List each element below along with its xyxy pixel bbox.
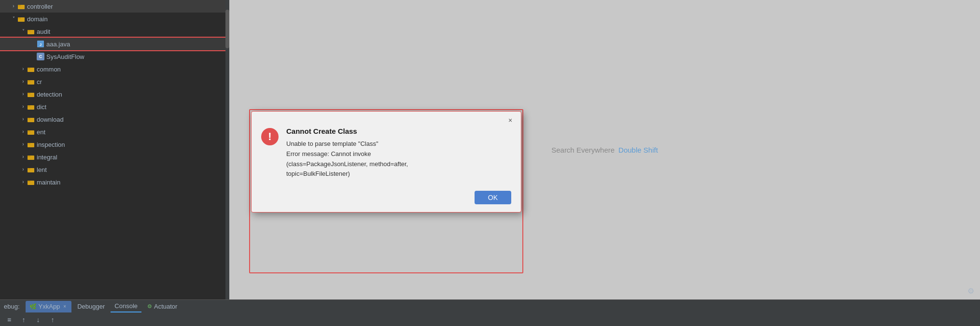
chevron-right-icon: › [19, 166, 27, 173]
dialog-message-line3: (class=PackageJsonListener, method=after… [286, 160, 408, 168]
tree-item-dict[interactable]: › dict [0, 100, 229, 113]
tree-item-integral[interactable]: › integral [0, 151, 229, 163]
dialog-message-line4: topic=BulkFileListener) [286, 170, 350, 177]
folder-icon [27, 166, 35, 173]
svg-rect-27 [28, 181, 30, 182]
dialog-message-line1: Unable to parse template "Class" [286, 140, 378, 147]
tab-debugger[interactable]: Debugger [73, 301, 109, 312]
bottom-panel: ebug: 🌿 YxkApp × Debugger Console ⚙ Actu… [0, 299, 980, 326]
tree-item-ent[interactable]: › ent [0, 126, 229, 138]
tree-item-sysauditflow[interactable]: C SysAuditFlow [0, 50, 229, 63]
svg-text:J: J [40, 43, 42, 47]
tree-item-label: controller [27, 3, 53, 10]
folder-icon [27, 153, 35, 161]
console-tab-label: Console [114, 302, 138, 310]
folder-icon [27, 178, 35, 186]
cannot-create-class-dialog: × ! Cannot Create Class Unable to parse … [251, 111, 521, 213]
tree-item-maintain[interactable]: › maintain [0, 176, 229, 188]
tree-item-label: aaa.java [46, 41, 70, 48]
toolbar-up-button[interactable]: ↑ [18, 314, 29, 325]
tree-item-label: cr [37, 78, 42, 85]
tree-item-download[interactable]: › download [0, 113, 229, 126]
chevron-right-icon: › [19, 128, 27, 136]
folder-icon [17, 15, 25, 23]
toolbar-down-button[interactable]: ↓ [33, 314, 43, 325]
dialog-content: Cannot Create Class Unable to parse temp… [286, 127, 511, 179]
tree-item-audit[interactable]: ˅ audit [0, 25, 229, 38]
search-hint: Search Everywhere Double Shift [551, 146, 658, 154]
chevron-down-icon: ˅ [19, 28, 27, 35]
svg-rect-5 [28, 30, 30, 31]
tree-item-label: maintain [37, 179, 60, 186]
folder-icon [27, 141, 35, 148]
dialog-message: Unable to parse template "Class" Error m… [286, 139, 511, 179]
gear-button[interactable]: ⚙ [966, 285, 976, 296]
tab-actuator[interactable]: ⚙ Actuator [143, 301, 181, 312]
actuator-tab-label: Actuator [154, 303, 177, 310]
search-hint-shortcut: Double Shift [618, 146, 658, 154]
debugger-tab-label: Debugger [77, 303, 105, 310]
folder-icon [27, 128, 35, 136]
chevron-right-icon: › [19, 65, 27, 73]
app-tab-close-icon[interactable]: × [62, 303, 68, 310]
folder-icon [17, 2, 25, 10]
svg-rect-25 [28, 168, 30, 170]
tree-item-common[interactable]: › common [0, 63, 229, 75]
svg-rect-11 [28, 80, 30, 82]
dialog-message-line2: Error message: Cannot invoke [286, 150, 371, 157]
svg-rect-1 [18, 5, 21, 6]
folder-icon [27, 90, 35, 98]
bottom-toolbar: ≡ ↑ ↓ ↑ [0, 313, 980, 326]
chevron-right-icon: › [19, 178, 27, 186]
app-icon: 🌿 [29, 303, 37, 310]
tab-console[interactable]: Console [111, 301, 141, 312]
tree-item-label: lent [37, 166, 47, 173]
svg-rect-9 [28, 68, 30, 69]
toolbar-upload-button[interactable]: ↑ [47, 314, 58, 325]
tree-item-inspection[interactable]: › inspection [0, 138, 229, 151]
bottom-tabs: ebug: 🌿 YxkApp × Debugger Console ⚙ Actu… [0, 300, 980, 313]
dialog-close-button[interactable]: × [505, 115, 515, 125]
actuator-icon: ⚙ [147, 303, 152, 310]
debug-prefix-text: ebug: [4, 303, 20, 310]
chevron-right-icon: › [19, 103, 27, 111]
dialog-footer: OK [252, 187, 521, 212]
file-tree-panel: › controller ˅ domain ˅ audit J aaa.java [0, 0, 229, 299]
dialog-title-bar: × [252, 112, 521, 127]
tree-item-label: integral [37, 154, 57, 161]
tree-item-lent[interactable]: › lent [0, 163, 229, 176]
tree-item-label: SysAuditFlow [46, 53, 84, 60]
chevron-right-icon: › [19, 141, 27, 148]
tree-item-label: domain [27, 15, 48, 23]
chevron-right-icon: › [19, 90, 27, 98]
tree-item-aaa-java[interactable]: J aaa.java [0, 38, 229, 50]
tree-item-label: common [37, 66, 61, 73]
dialog-body: ! Cannot Create Class Unable to parse te… [252, 127, 521, 187]
folder-icon [27, 103, 35, 111]
search-hint-text: Search Everywhere [551, 146, 615, 154]
dialog-ok-button[interactable]: OK [475, 191, 511, 204]
svg-rect-19 [28, 130, 30, 132]
class-icon: C [37, 53, 44, 60]
tree-item-label: dict [37, 103, 46, 111]
dialog-title: Cannot Create Class [286, 127, 511, 135]
tree-item-label: detection [37, 91, 62, 98]
svg-rect-3 [18, 17, 21, 19]
chevron-right-icon: › [10, 2, 17, 10]
tree-item-domain[interactable]: ˅ domain [0, 13, 229, 25]
java-file-icon: J [37, 40, 44, 48]
chevron-right-icon: › [19, 153, 27, 161]
tree-scrollbar[interactable] [225, 0, 229, 299]
app-tab-label: YxkApp [39, 303, 60, 310]
chevron-down-icon: ˅ [10, 15, 17, 23]
scrollbar-thumb[interactable] [225, 10, 229, 48]
svg-rect-15 [28, 105, 30, 107]
tree-item-cr[interactable]: › cr [0, 75, 229, 88]
toolbar-menu-button[interactable]: ≡ [4, 314, 14, 325]
tree-item-label: audit [37, 28, 50, 35]
tree-item-detection[interactable]: › detection [0, 88, 229, 100]
tree-item-controller[interactable]: › controller [0, 0, 229, 13]
svg-rect-21 [28, 143, 30, 144]
app-tab-yxkapp[interactable]: 🌿 YxkApp × [26, 301, 72, 312]
tree-item-label: inspection [37, 141, 65, 148]
